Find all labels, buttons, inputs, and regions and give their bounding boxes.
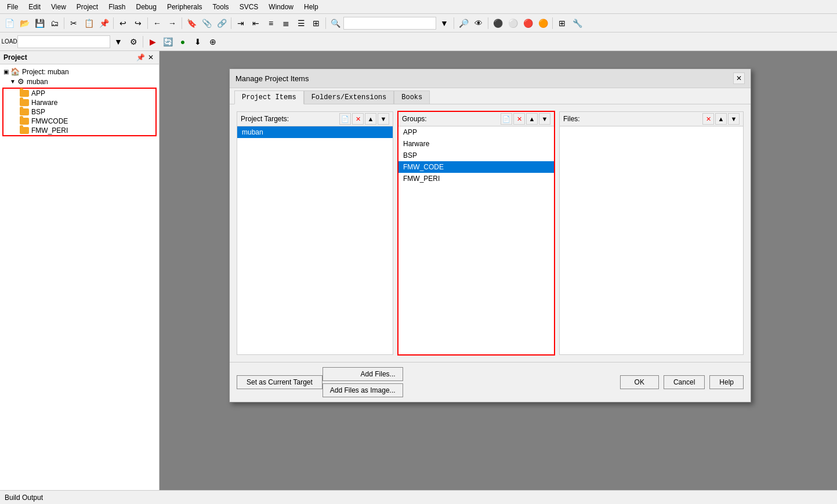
tab-project-items[interactable]: Project Items (234, 90, 304, 104)
tab-folders-extensions[interactable]: Folders/Extensions (304, 90, 394, 104)
help-button[interactable]: Help (709, 375, 744, 389)
tree-target[interactable]: ▼ ⚙ muban (0, 77, 159, 86)
paste-btn[interactable]: 📌 (97, 16, 111, 30)
menu-flash[interactable]: Flash (104, 2, 130, 12)
project-dropdown-btn[interactable]: ▼ (111, 35, 125, 49)
save-btn[interactable]: 💾 (32, 16, 46, 30)
sep9 (552, 17, 553, 29)
format2-btn[interactable]: ≣ (279, 16, 293, 30)
expand-target-icon: ▼ (9, 78, 16, 85)
sidebar-pin-icon[interactable]: 📌 (136, 53, 145, 62)
tree-root[interactable]: ▣ 🏠 Project: muban (0, 67, 159, 77)
menu-peripherals[interactable]: Peripherals (162, 2, 207, 12)
groups-up-btn[interactable]: ▲ (526, 113, 538, 125)
tree-folder-fmwcode[interactable]: FMWCODE (3, 117, 155, 126)
project-targets-header: Project Targets: 📄 ✕ ▲ ▼ (237, 112, 393, 126)
bookmark3-btn[interactable]: 🔗 (215, 16, 229, 30)
back-btn[interactable]: ← (150, 16, 164, 30)
new-btn[interactable]: 📄 (2, 16, 16, 30)
menu-file[interactable]: File (2, 2, 23, 12)
settings-btn[interactable]: 🔧 (570, 16, 584, 30)
groups-content: APP Harware BSP FMW_CODE FMW_PERI (398, 126, 554, 354)
menu-tools[interactable]: Tools (208, 2, 234, 12)
circle4-btn[interactable]: 🟠 (536, 16, 550, 30)
watch-btn[interactable]: 👁 (472, 16, 485, 30)
forward-btn[interactable]: → (165, 16, 179, 30)
files-panel: Files: ✕ ▲ ▼ (559, 111, 744, 355)
save-all-btn[interactable]: 🗂 (48, 16, 61, 30)
groups-new-btn[interactable]: 📄 (501, 113, 512, 125)
group-item-harware[interactable]: Harware (398, 138, 554, 150)
load-btn[interactable]: LOAD (2, 35, 16, 49)
group-item-fmwcode[interactable]: FMW_CODE (398, 161, 554, 173)
tree-folder-fmwperi[interactable]: FMW_PERI (3, 126, 155, 135)
files-delete-btn[interactable]: ✕ (702, 113, 714, 125)
group-item-fmwperi[interactable]: FMW_PERI (398, 173, 554, 184)
sidebar-close-icon[interactable]: ✕ (146, 53, 155, 62)
grid-btn[interactable]: ⊞ (555, 16, 569, 30)
menu-debug[interactable]: Debug (132, 2, 161, 12)
stop-btn[interactable]: ● (176, 35, 190, 49)
target-combo[interactable]: DMA_priority_level (343, 17, 436, 30)
menu-project[interactable]: Project (72, 2, 103, 12)
target-dropdown-btn[interactable]: ▼ (437, 16, 451, 30)
bookmark-btn[interactable]: 🔖 (184, 16, 198, 30)
files-up-btn[interactable]: ▲ (715, 113, 727, 125)
debug-icon-btn[interactable]: 🔍 (328, 16, 342, 30)
ok-button[interactable]: OK (620, 375, 659, 389)
add-files-as-image-button[interactable]: Add Files as Image... (323, 383, 403, 397)
inspect-btn[interactable]: 🔎 (456, 16, 470, 30)
menu-view[interactable]: View (46, 2, 71, 12)
targets-down-btn[interactable]: ▼ (378, 113, 389, 125)
targets-delete-btn[interactable]: ✕ (352, 113, 364, 125)
sidebar-header: Project 📌 ✕ (0, 51, 159, 64)
menu-help[interactable]: Help (299, 2, 323, 12)
tree-target-label: muban (27, 78, 48, 86)
main-layout: Project 📌 ✕ ▣ 🏠 Project: muban ▼ ⚙ muban (0, 51, 837, 490)
groups-delete-btn[interactable]: ✕ (513, 113, 525, 125)
indent-btn[interactable]: ⇥ (234, 16, 248, 30)
cut-btn[interactable]: ✂ (67, 16, 81, 30)
files-down-btn[interactable]: ▼ (728, 113, 740, 125)
rebuild-btn[interactable]: 🔄 (161, 35, 175, 49)
target-item-muban[interactable]: muban (237, 126, 393, 138)
copy-btn[interactable]: 📋 (82, 16, 96, 30)
tree-folder-app[interactable]: APP (3, 89, 155, 98)
bookmark2-btn[interactable]: 📎 (200, 16, 213, 30)
undo-btn[interactable]: ↩ (116, 16, 130, 30)
menu-window[interactable]: Window (264, 2, 298, 12)
targets-up-btn[interactable]: ▲ (365, 113, 376, 125)
tree-folder-bsp[interactable]: BSP (3, 107, 155, 117)
sep3 (147, 17, 148, 29)
dialog-close-button[interactable]: ✕ (733, 72, 745, 84)
sidebar-title: Project (3, 53, 27, 61)
groups-down-btn[interactable]: ▼ (539, 113, 550, 125)
build-btn[interactable]: ▶ (146, 35, 160, 49)
add-files-button[interactable]: Add Files... (323, 367, 403, 381)
menu-edit[interactable]: Edit (24, 2, 45, 12)
project-combo[interactable]: muban (17, 35, 110, 48)
outdent-btn[interactable]: ⇤ (249, 16, 263, 30)
group-item-app[interactable]: APP (398, 126, 554, 138)
config-btn[interactable]: ⚙ (126, 35, 140, 49)
circle-btn[interactable]: ⚫ (491, 16, 505, 30)
cancel-button[interactable]: Cancel (664, 375, 705, 389)
folder-bsp-icon (20, 108, 29, 115)
format-btn[interactable]: ≡ (264, 16, 278, 30)
set-current-target-button[interactable]: Set as Current Target (237, 375, 323, 389)
circle2-btn[interactable]: ⚪ (506, 16, 520, 30)
circle3-btn[interactable]: 🔴 (521, 16, 535, 30)
format3-btn[interactable]: ☰ (294, 16, 308, 30)
tab-books[interactable]: Books (394, 90, 430, 104)
download-btn[interactable]: ⬇ (191, 35, 205, 49)
group-item-bsp[interactable]: BSP (398, 150, 554, 161)
format4-btn[interactable]: ⊞ (309, 16, 323, 30)
open-btn[interactable]: 📂 (17, 16, 31, 30)
tree-folder-harware[interactable]: Harware (3, 98, 155, 107)
sep7 (454, 17, 454, 29)
targets-new-btn[interactable]: 📄 (339, 113, 351, 125)
menu-bar: File Edit View Project Flash Debug Perip… (0, 0, 837, 14)
redo-btn[interactable]: ↪ (131, 16, 145, 30)
more-btn[interactable]: ⊕ (206, 35, 220, 49)
menu-svcs[interactable]: SVCS (235, 2, 263, 12)
